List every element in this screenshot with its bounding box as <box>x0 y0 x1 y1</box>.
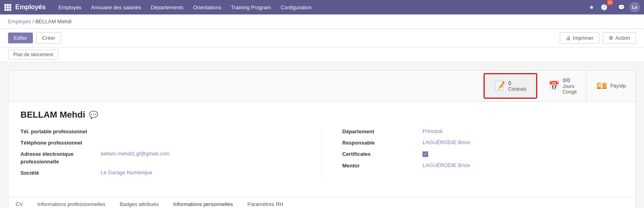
apps-menu-icon[interactable] <box>4 4 11 11</box>
action-button[interactable]: ⚙ Action <box>603 32 636 44</box>
stats-bar: 📝 0 Contrats 📅 0/0 Jours Congé 💴 <box>8 71 636 102</box>
contrats-icon: 📝 <box>494 81 505 91</box>
tab-cv[interactable]: CV <box>8 197 30 208</box>
create-button[interactable]: Créer <box>36 32 61 44</box>
certificate-checkbox[interactable]: ✓ <box>423 151 428 157</box>
tab-badges[interactable]: Badges attribués <box>112 197 166 208</box>
conge-label: Jours <box>563 84 577 89</box>
employee-chat-icon[interactable]: 💬 <box>89 110 98 119</box>
employee-name: BELLAM Mehdi <box>20 110 85 120</box>
svg-rect-5 <box>9 6 11 8</box>
contrats-label: Contrats <box>508 86 526 92</box>
field-mentor: Mentor LAGUÉRODIE Brice <box>342 162 624 169</box>
avatar[interactable]: Le <box>630 2 640 12</box>
navbar: Employés Employés Annuaire des salariés … <box>0 0 644 14</box>
svg-rect-6 <box>4 9 6 11</box>
breadcrumb: Employés / BELLAM Mehdi <box>0 14 644 29</box>
field-value-email[interactable]: bellam.mehdi1.gf@gmail.com <box>101 151 169 157</box>
svg-rect-2 <box>9 4 11 6</box>
field-label-email: Adresse électronique professionnelle <box>20 151 101 165</box>
tab-info-perso[interactable]: Informations personnelles <box>166 197 240 208</box>
field-value-responsable[interactable]: LAGUÉRODIE Brice <box>423 139 470 145</box>
conge-count: 0/0 <box>563 77 577 84</box>
navbar-menu: Employés Annuaire des salariés Départeme… <box>54 0 587 14</box>
breadcrumb-parent[interactable]: Employés <box>8 18 31 24</box>
svg-rect-4 <box>7 6 9 8</box>
field-value-departement[interactable]: Principal <box>423 128 443 134</box>
employee-card: 📝 0 Contrats 📅 0/0 Jours Congé 💴 <box>8 70 636 208</box>
field-responsable: Responsable LAGUÉRODIE Brice <box>342 139 624 147</box>
fields-container: Tél. portable professionnel Téléphone pr… <box>20 128 624 181</box>
field-label-mentor: Mentor <box>342 162 423 169</box>
nav-annuaire[interactable]: Annuaire des salariés <box>86 0 146 14</box>
app-brand[interactable]: Employés <box>15 4 46 11</box>
edit-button[interactable]: Editer <box>8 33 33 43</box>
svg-rect-8 <box>9 9 11 11</box>
gear-icon: ⚙ <box>609 35 614 41</box>
print-button[interactable]: 🖨 Imprimer <box>560 32 599 44</box>
field-value-mentor[interactable]: LAGUÉRODIE Brice <box>423 162 470 168</box>
tabs-bar: CV Informations professionnelles Badges … <box>8 197 636 208</box>
fields-left: Tél. portable professionnel Téléphone pr… <box>20 128 302 181</box>
employee-name-row: BELLAM Mehdi 💬 <box>20 110 624 120</box>
tab-params-rh[interactable]: Paramètres RH <box>240 197 291 208</box>
field-telephone: Téléphone professionnel <box>20 139 302 147</box>
nav-employes[interactable]: Employés <box>54 0 86 14</box>
nav-orientations[interactable]: Orientations <box>188 0 226 14</box>
nav-configuration[interactable]: Configuration <box>276 0 316 14</box>
main-content: 📝 0 Contrats 📅 0/0 Jours Congé 💴 <box>0 62 644 208</box>
fields-divider <box>322 128 322 181</box>
field-societe: Société Le Garage Numérique <box>20 169 302 177</box>
field-label-certificates: Certificates <box>342 151 423 158</box>
svg-rect-0 <box>4 4 6 6</box>
sub-toolbar: Plan de lancement <box>0 47 644 62</box>
field-certificates: Certificates ✓ <box>342 151 624 158</box>
payslip-icon: 💴 <box>596 81 607 91</box>
field-value-certificates[interactable]: ✓ <box>423 151 428 157</box>
tab-info-pro[interactable]: Informations professionnelles <box>30 197 112 208</box>
stat-conge[interactable]: 📅 0/0 Jours Congé <box>539 71 587 101</box>
toolbar-right: 🖨 Imprimer ⚙ Action <box>560 32 636 44</box>
conge-sublabel: Congé <box>563 89 577 95</box>
field-label-societe: Société <box>20 169 101 177</box>
chat-icon-btn[interactable]: 💬 <box>616 2 626 12</box>
svg-rect-1 <box>7 4 9 6</box>
field-label-telephone: Téléphone professionnel <box>20 139 101 147</box>
svg-rect-7 <box>7 9 9 11</box>
field-label-tel-portable: Tél. portable professionnel <box>20 128 101 135</box>
field-value-societe[interactable]: Le Garage Numérique <box>101 169 152 175</box>
navbar-right: ★ 🕐 20 💬 Le <box>587 2 640 12</box>
breadcrumb-separator: / <box>33 18 35 24</box>
notification-badge: 20 <box>607 0 613 6</box>
field-label-responsable: Responsable <box>342 139 423 147</box>
field-departement: Département Principal <box>342 128 624 135</box>
field-label-departement: Département <box>342 128 423 135</box>
breadcrumb-current: BELLAM Mehdi <box>35 18 71 24</box>
plan-button[interactable]: Plan de lancement <box>8 50 58 59</box>
conge-icon: 📅 <box>549 81 559 91</box>
employee-details: BELLAM Mehdi 💬 Tél. portable professionn… <box>8 102 636 189</box>
fields-right: Département Principal Responsable LAGUÉR… <box>342 128 624 181</box>
contrats-count: 0 <box>508 80 526 86</box>
toolbar: Editer Créer 🖨 Imprimer ⚙ Action <box>0 29 644 47</box>
svg-rect-3 <box>4 6 6 8</box>
payslip-label: Payslip <box>610 83 626 89</box>
nav-departements[interactable]: Départements <box>146 0 189 14</box>
stat-payslip[interactable]: 💴 Payslip <box>587 71 636 101</box>
field-email: Adresse électronique professionnelle bel… <box>20 151 302 165</box>
stat-contrats[interactable]: 📝 0 Contrats <box>484 73 537 99</box>
field-tel-portable: Tél. portable professionnel <box>20 128 302 135</box>
print-icon: 🖨 <box>566 35 571 41</box>
star-icon-btn[interactable]: ★ <box>587 2 596 12</box>
nav-training[interactable]: Training Program <box>226 0 276 14</box>
